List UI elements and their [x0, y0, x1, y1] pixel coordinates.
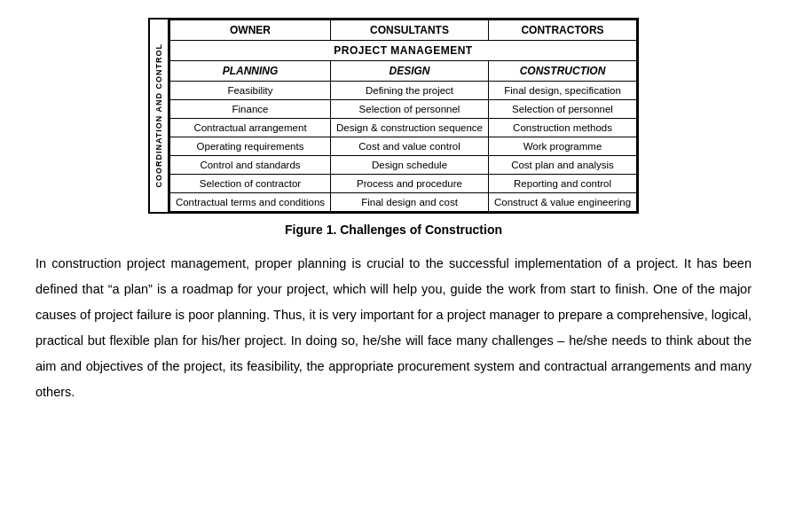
table-row: Operating requirements Cost and value co… — [169, 137, 636, 156]
table-row: Selection of contractor Process and proc… — [169, 175, 636, 193]
main-grid: OWNER CONSULTANTS CONTRACTORS PROJECT MA… — [169, 20, 637, 212]
sub-header-planning: PLANNING — [169, 61, 330, 82]
cell-6-1: Final design and cost — [331, 193, 489, 212]
cell-3-2: Work programme — [488, 137, 636, 156]
table-row: Finance Selection of personnel Selection… — [169, 100, 636, 119]
header-row: OWNER CONSULTANTS CONTRACTORS — [169, 20, 636, 41]
inner-table: OWNER CONSULTANTS CONTRACTORS PROJECT MA… — [169, 20, 637, 212]
sub-header-construction: CONSTRUCTION — [488, 61, 636, 82]
cell-3-0: Operating requirements — [169, 137, 330, 156]
cell-2-2: Construction methods — [488, 119, 636, 137]
cell-0-1: Defining the project — [331, 82, 489, 100]
project-mgmt-row: PROJECT MANAGEMENT — [169, 41, 636, 61]
cell-4-0: Control and standards — [169, 156, 330, 175]
sub-header-row: PLANNING DESIGN CONSTRUCTION — [169, 61, 636, 82]
cell-3-1: Cost and value control — [331, 137, 489, 156]
header-owner: OWNER — [169, 20, 330, 41]
challenges-table: COORDINATION AND CONTROL OWNER CONSULTAN… — [148, 18, 639, 214]
cell-1-2: Selection of personnel — [488, 100, 636, 119]
cell-2-1: Design & construction sequence — [331, 119, 489, 137]
table-row: Control and standards Design schedule Co… — [169, 156, 636, 175]
figure-caption: Figure 1. Challenges of Construction — [285, 223, 502, 237]
cell-1-1: Selection of personnel — [331, 100, 489, 119]
cell-5-0: Selection of contractor — [169, 175, 330, 193]
header-consultants: CONSULTANTS — [331, 20, 489, 41]
cell-0-0: Feasibility — [169, 82, 330, 100]
project-mgmt-label: PROJECT MANAGEMENT — [169, 41, 636, 61]
cell-1-0: Finance — [169, 100, 330, 119]
side-label-container: COORDINATION AND CONTROL — [150, 20, 169, 212]
cell-2-0: Contractual arrangement — [169, 119, 330, 137]
table-row: Contractual terms and conditions Final d… — [169, 193, 636, 212]
table-row: Contractual arrangement Design & constru… — [169, 119, 636, 137]
cell-5-2: Reporting and control — [488, 175, 636, 193]
cell-6-0: Contractual terms and conditions — [169, 193, 330, 212]
figure-1: COORDINATION AND CONTROL OWNER CONSULTAN… — [35, 18, 752, 237]
cell-5-1: Process and procedure — [331, 175, 489, 193]
body-paragraph: In construction project management, prop… — [35, 251, 752, 405]
sub-header-design: DESIGN — [331, 61, 489, 82]
cell-4-2: Cost plan and analysis — [488, 156, 636, 175]
coordination-label: COORDINATION AND CONTROL — [154, 43, 163, 188]
cell-0-2: Final design, specification — [488, 82, 636, 100]
cell-4-1: Design schedule — [331, 156, 489, 175]
table-row: Feasibility Defining the project Final d… — [169, 82, 636, 100]
header-contractors: CONTRACTORS — [488, 20, 636, 41]
cell-6-2: Construct & value engineering — [488, 193, 636, 212]
